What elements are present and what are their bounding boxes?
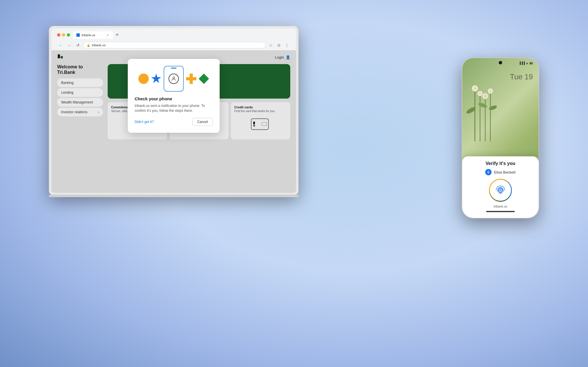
bookmark-button[interactable]: ☆	[267, 42, 274, 49]
fingerprint-icon	[493, 183, 508, 197]
svg-point-25	[488, 105, 497, 111]
svg-point-33	[489, 90, 491, 92]
minimize-traffic-light[interactable]	[62, 33, 65, 36]
phone-status-icons: ▐▐▐ ▲ ▮▮	[519, 62, 533, 65]
verify-user: E Elisa Beckett	[468, 169, 533, 175]
address-bar[interactable]: 🔒 tribank.us	[83, 42, 266, 48]
laptop: tribank.us × + ← → ↺ 🔒 tribank.	[49, 26, 299, 204]
orange-circle-shape	[138, 74, 149, 84]
fingerprint-container	[468, 179, 533, 202]
svg-point-27	[474, 87, 476, 90]
lock-icon: 🔒	[87, 44, 90, 47]
new-tab-button[interactable]: +	[113, 31, 121, 39]
laptop-body: tribank.us × + ← → ↺ 🔒 tribank.	[49, 26, 299, 195]
dialog-body: tribank.us sent a notification to your p…	[135, 103, 213, 113]
dialog-overlay: Check your phone tribank.us sent a notif…	[51, 50, 296, 193]
tab-close-button[interactable]: ×	[106, 33, 110, 37]
profile-button[interactable]: ⊙	[275, 42, 282, 49]
phone-frame-icon	[164, 66, 184, 92]
back-button[interactable]: ←	[57, 42, 64, 49]
svg-point-29	[479, 93, 481, 95]
phone-camera	[499, 61, 502, 64]
user-avatar: E	[485, 169, 492, 175]
svg-point-31	[484, 95, 486, 97]
verify-site: tribank.us	[468, 205, 533, 208]
wallpaper-flowers	[462, 64, 511, 141]
maximize-traffic-light[interactable]	[67, 33, 70, 36]
browser: tribank.us × + ← → ↺ 🔒 tribank.	[51, 28, 296, 193]
check-phone-dialog: Check your phone tribank.us sent a notif…	[128, 59, 220, 133]
traffic-lights	[57, 33, 70, 36]
dialog-icons	[135, 66, 213, 92]
verify-bottom-sheet: Verify it's you E Elisa Beckett tribank.…	[462, 156, 539, 218]
signal-icon: ▐▐▐	[519, 62, 525, 65]
phone-date: Tue 19	[510, 72, 533, 81]
orange-cross-shape	[186, 74, 196, 84]
wifi-icon: ▲	[526, 62, 529, 65]
tab-label: tribank.us	[82, 33, 95, 37]
fingerprint-ring	[489, 179, 512, 202]
browser-tab[interactable]: tribank.us ×	[73, 31, 113, 39]
phone-device: Tue 19 ▐▐▐ ▲ ▮▮ ┐ Verify it's you E Elis…	[462, 57, 539, 218]
svg-point-22	[173, 77, 175, 79]
browser-toolbar: ← → ↺ 🔒 tribank.us ☆ ⊙ ⋮	[54, 40, 293, 50]
tab-favicon	[76, 33, 80, 37]
close-traffic-light[interactable]	[57, 33, 60, 36]
url-text: tribank.us	[92, 43, 106, 47]
battery-icon: ▮▮	[529, 62, 533, 65]
verify-title: Verify it's you	[468, 161, 533, 166]
dialog-actions: Didn't get it? Cancel	[135, 118, 213, 126]
user-name: Elisa Beckett	[494, 170, 515, 174]
screen-bezel: tribank.us × + ← → ↺ 🔒 tribank.	[51, 28, 296, 193]
browser-chrome: tribank.us × + ← → ↺ 🔒 tribank.	[51, 28, 296, 50]
green-diamond-shape	[199, 74, 209, 84]
blue-star-shape	[151, 74, 161, 84]
website-content: Login 👤 Welcome to Tri.Bank	[51, 50, 296, 193]
svg-point-24	[478, 102, 488, 109]
menu-button[interactable]: ⋮	[283, 42, 290, 49]
browser-actions: ☆ ⊙ ⋮	[267, 42, 290, 49]
person-icon	[169, 74, 179, 84]
dialog-title: Check your phone	[135, 96, 213, 101]
didnt-get-it-link[interactable]: Didn't get it?	[135, 120, 154, 124]
refresh-button[interactable]: ↺	[74, 42, 81, 49]
cancel-button[interactable]: Cancel	[192, 118, 213, 126]
forward-button[interactable]: →	[66, 42, 73, 49]
home-indicator	[486, 211, 515, 212]
laptop-base	[49, 195, 299, 197]
phone-notch	[171, 68, 177, 69]
